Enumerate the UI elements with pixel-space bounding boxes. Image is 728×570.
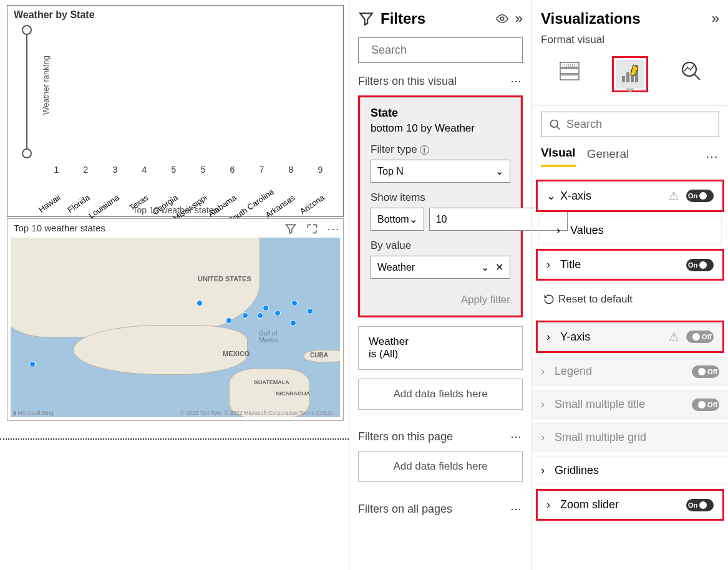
bar-value: 6 — [230, 165, 235, 175]
viz-subtitle: Format visual — [532, 34, 728, 46]
chevron-right-icon: › — [541, 365, 551, 378]
chevron-right-icon: › — [541, 464, 551, 477]
chevron-right-icon: › — [546, 331, 556, 344]
tab-visual[interactable]: Visual — [541, 146, 576, 167]
reset-icon — [543, 294, 555, 305]
add-fields-visual[interactable]: Add data fields here — [358, 379, 523, 410]
range-handle-bottom[interactable] — [22, 148, 32, 158]
bar-texas[interactable]: 4Texas — [132, 165, 157, 176]
svg-rect-2 — [560, 62, 579, 67]
collapse-pane-icon[interactable]: » — [712, 11, 719, 27]
prop-title[interactable]: › Title On — [538, 251, 722, 279]
map-label-nic: NICARAGUA — [276, 390, 310, 397]
range-handle-top[interactable] — [22, 25, 32, 35]
more-icon[interactable]: ⋯ — [510, 430, 523, 443]
bar-arizona[interactable]: 9Arizona — [308, 165, 333, 176]
map-label-guat: GUATEMALA — [254, 379, 289, 385]
show-direction-select[interactable]: Bottom⌄ — [371, 208, 424, 231]
filter-card-weather[interactable]: Weather is (All) — [358, 326, 523, 370]
eye-icon[interactable] — [495, 12, 509, 26]
bar-louisiana[interactable]: 3Louisiana — [102, 165, 128, 176]
toggle-x-axis[interactable]: On — [686, 190, 714, 202]
clear-icon[interactable]: ✕ — [495, 261, 503, 273]
toggle-smt: Off — [692, 399, 719, 411]
prop-gridlines[interactable]: › Gridlines — [532, 456, 728, 485]
collapse-pane-icon[interactable]: » — [515, 11, 523, 27]
build-visual-mode[interactable] — [555, 56, 584, 85]
bar-georgia[interactable]: 5Georgia — [161, 165, 187, 176]
prop-small-mult-title: › Small multiple title Off — [532, 390, 728, 419]
svg-rect-8 — [626, 72, 629, 82]
by-value-select[interactable]: Weather⌄✕ — [371, 256, 510, 279]
prop-values[interactable]: › Values — [538, 216, 722, 245]
page-divider — [0, 438, 349, 440]
bar-hawaii[interactable]: 1Hawaii — [44, 165, 69, 176]
warning-icon: ⚠ — [669, 330, 679, 344]
attrib-tomtom: © 2022 TomTom, © 2022 Microsoft Corporat… — [180, 410, 337, 416]
filter-type-select[interactable]: Top N⌄ — [371, 160, 510, 183]
prop-y-axis[interactable]: › Y-axis ⚠ Off — [538, 322, 722, 351]
viz-search-input[interactable] — [566, 118, 711, 131]
filters-search-box[interactable] — [358, 37, 523, 63]
tab-more-icon[interactable]: ⋯ — [706, 149, 719, 164]
analytics-mode[interactable] — [676, 56, 705, 85]
chevron-down-icon: ⌄ — [495, 165, 503, 177]
bar-florida[interactable]: 2Florida — [73, 165, 99, 176]
map-body[interactable]: UNITED STATES MEXICO CUBA GUATEMALA NICA… — [11, 238, 340, 417]
bar-value: 7 — [260, 165, 265, 175]
filter-pane-icon — [358, 11, 374, 27]
filters-visual-header: Filters on this visual — [358, 75, 457, 88]
prop-legend: › Legend Off — [532, 357, 728, 386]
filter-field-name: State — [371, 107, 510, 120]
filter-value-weather: is (All) — [369, 348, 512, 360]
chevron-down-icon: ⌄ — [481, 261, 489, 273]
svg-point-12 — [551, 120, 558, 127]
viz-pane-title: Visualizations — [541, 10, 706, 27]
map-visual[interactable]: Top 10 weather states ⋯ UNITED STATES ME… — [7, 218, 344, 421]
reset-to-default[interactable]: Reset to default — [532, 283, 728, 318]
chevron-down-icon: ⌄ — [409, 213, 417, 225]
chevron-down-icon: ⌄ — [546, 189, 556, 203]
focus-mode-icon[interactable] — [304, 221, 319, 236]
chevron-right-icon: › — [541, 431, 551, 444]
filter-field-weather: Weather — [369, 336, 512, 348]
more-options-icon[interactable]: ⋯ — [326, 221, 341, 236]
toggle-legend: Off — [692, 365, 719, 378]
svg-rect-4 — [560, 75, 579, 80]
bar-chart-visual[interactable]: Weather by State Weather ranking 1Hawaii… — [7, 5, 344, 217]
format-visual-mode[interactable] — [616, 60, 644, 89]
map-label-us: UNITED STATES — [198, 275, 251, 283]
chevron-right-icon: › — [556, 224, 566, 237]
prop-zoom-slider[interactable]: › Zoom slider On — [538, 491, 722, 519]
bar-mississippi[interactable]: 5Mississippi — [190, 165, 216, 176]
bar-value: 5 — [172, 165, 177, 175]
visualizations-pane: Visualizations » Format visual Visual Ge… — [531, 0, 728, 570]
filters-search-input[interactable] — [371, 44, 516, 57]
bar-alabama[interactable]: 6Alabama — [220, 165, 245, 176]
by-value-label: By value — [371, 239, 510, 252]
filter-icon[interactable] — [283, 221, 298, 236]
toggle-title[interactable]: On — [686, 259, 714, 271]
bar-arkansas[interactable]: 8Arkansas — [278, 165, 304, 176]
filter-card-state[interactable]: State bottom 10 by Weather Filter type i… — [360, 97, 521, 316]
toggle-y-axis[interactable]: Off — [686, 331, 714, 343]
filter-description: bottom 10 by Weather — [371, 120, 510, 143]
bar-value: 1 — [54, 165, 59, 175]
info-icon[interactable]: i — [420, 145, 429, 155]
x-axis-label: Top 10 weather states — [7, 205, 343, 215]
svg-rect-7 — [622, 76, 625, 82]
bar-value: 9 — [318, 165, 323, 175]
chevron-right-icon: › — [546, 498, 556, 511]
toggle-zoom[interactable]: On — [686, 499, 714, 511]
prop-x-axis[interactable]: ⌄ X-axis ⚠ On — [538, 181, 722, 210]
tab-general[interactable]: General — [587, 147, 629, 166]
viz-search-box[interactable] — [541, 112, 719, 137]
filters-all-header: Filters on all pages — [358, 503, 452, 516]
more-icon[interactable]: ⋯ — [510, 502, 523, 516]
apply-filter-button[interactable]: Apply filter — [371, 287, 510, 306]
bar-south-carolina[interactable]: 7South Carolina — [249, 165, 274, 176]
bar-value: 4 — [142, 165, 147, 175]
show-items-label: Show items — [371, 191, 510, 204]
add-fields-page[interactable]: Add data fields here — [358, 451, 523, 482]
more-icon[interactable]: ⋯ — [510, 74, 523, 88]
